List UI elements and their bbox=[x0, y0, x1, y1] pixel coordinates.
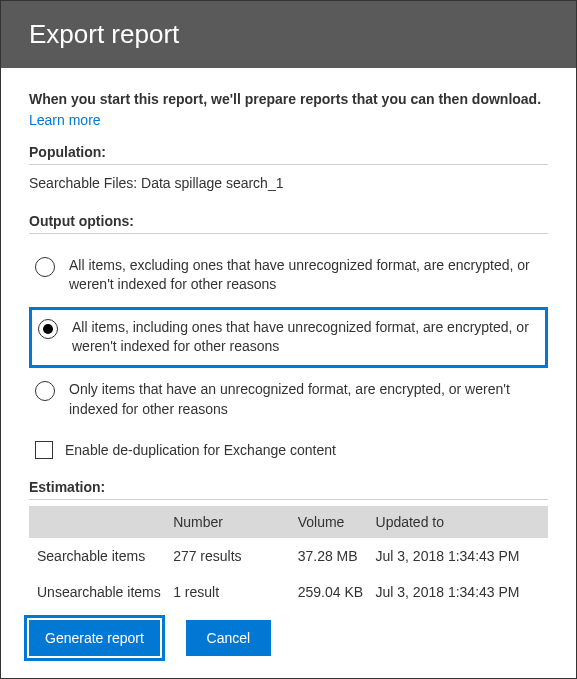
population-value: Searchable Files: Data spillage search_1 bbox=[29, 175, 548, 191]
divider bbox=[29, 499, 548, 500]
table-header-row: Number Volume Updated to bbox=[29, 506, 548, 538]
radio-option-excluding[interactable]: All items, excluding ones that have unre… bbox=[29, 248, 548, 303]
estimation-label: Estimation: bbox=[29, 479, 548, 495]
divider bbox=[29, 164, 548, 165]
row-number: 1 result bbox=[169, 582, 294, 602]
dedup-label: Enable de-duplication for Exchange conte… bbox=[65, 442, 336, 458]
checkbox-icon bbox=[35, 441, 53, 459]
radio-option-only[interactable]: Only items that have an unrecognized for… bbox=[29, 372, 548, 427]
dialog-footer: Generate report Cancel bbox=[1, 620, 576, 678]
row-name: Searchable items bbox=[29, 546, 169, 566]
dialog-content: When you start this report, we'll prepar… bbox=[1, 68, 576, 620]
dedup-checkbox-row[interactable]: Enable de-duplication for Exchange conte… bbox=[35, 441, 548, 459]
radio-icon bbox=[35, 257, 55, 277]
output-options-label: Output options: bbox=[29, 213, 548, 229]
output-options-group: All items, excluding ones that have unre… bbox=[29, 248, 548, 460]
radio-option-including[interactable]: All items, including ones that have unre… bbox=[29, 307, 548, 368]
table-header bbox=[29, 512, 169, 532]
dialog-header: Export report bbox=[1, 1, 576, 68]
learn-more-link[interactable]: Learn more bbox=[29, 112, 101, 128]
divider bbox=[29, 233, 548, 234]
row-updated: Jul 3, 2018 1:34:43 PM bbox=[372, 582, 548, 602]
table-header: Volume bbox=[294, 512, 372, 532]
table-header: Number bbox=[169, 512, 294, 532]
table-row: Unsearchable items 1 result 259.04 KB Ju… bbox=[29, 574, 548, 610]
radio-label: All items, including ones that have unre… bbox=[72, 318, 539, 357]
radio-label: Only items that have an unrecognized for… bbox=[69, 380, 542, 419]
generate-report-button[interactable]: Generate report bbox=[29, 620, 160, 656]
row-name: Unsearchable items bbox=[29, 582, 169, 602]
table-row: Searchable items 277 results 37.28 MB Ju… bbox=[29, 538, 548, 574]
estimation-table: Number Volume Updated to Searchable item… bbox=[29, 506, 548, 610]
row-volume: 259.04 KB bbox=[294, 582, 372, 602]
radio-icon bbox=[35, 381, 55, 401]
radio-icon bbox=[38, 319, 58, 339]
table-header: Updated to bbox=[372, 512, 548, 532]
intro-text: When you start this report, we'll prepar… bbox=[29, 90, 548, 110]
dialog-title: Export report bbox=[29, 19, 179, 49]
population-label: Population: bbox=[29, 144, 548, 160]
row-number: 277 results bbox=[169, 546, 294, 566]
cancel-button[interactable]: Cancel bbox=[186, 620, 271, 656]
row-updated: Jul 3, 2018 1:34:43 PM bbox=[372, 546, 548, 566]
radio-label: All items, excluding ones that have unre… bbox=[69, 256, 542, 295]
row-volume: 37.28 MB bbox=[294, 546, 372, 566]
